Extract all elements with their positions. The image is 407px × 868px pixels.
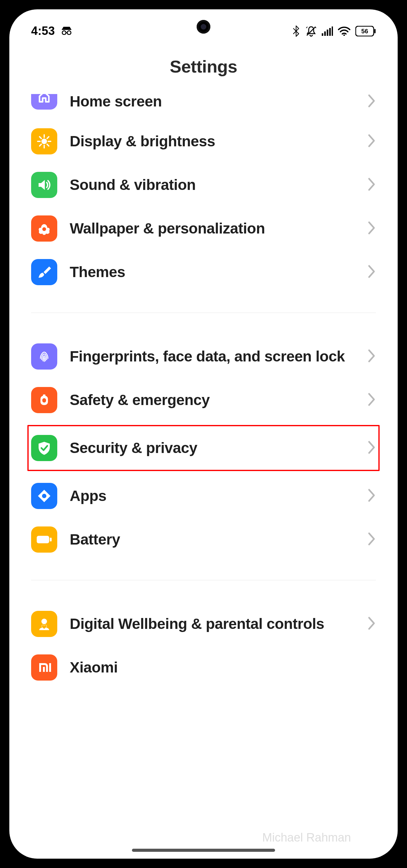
settings-row-label: Fingerprints, face data, and screen lock — [70, 347, 355, 366]
settings-row-sound[interactable]: Sound & vibration — [31, 163, 376, 207]
svg-rect-6 — [322, 33, 323, 36]
status-right: 56 — [293, 26, 376, 37]
page-title: Settings — [9, 44, 398, 95]
chevron-right-icon — [368, 440, 376, 456]
brush-icon — [31, 259, 57, 285]
status-time: 4:53 — [31, 24, 55, 38]
svg-rect-33 — [49, 663, 51, 672]
settings-row-wallpaper[interactable]: Wallpaper & personaliza­tion — [31, 207, 376, 250]
svg-rect-30 — [50, 538, 52, 541]
settings-row-label: Display & brightness — [70, 132, 355, 151]
svg-line-19 — [47, 144, 49, 146]
battery-indicator: 56 — [355, 26, 376, 36]
screen: 4:53 — [9, 9, 398, 859]
settings-row-label: Themes — [70, 263, 355, 281]
chevron-right-icon — [368, 393, 376, 407]
settings-row-label: Battery — [70, 530, 355, 549]
chevron-right-icon — [368, 94, 376, 109]
settings-row-label: Home screen — [70, 92, 355, 111]
battery-icon — [31, 526, 57, 553]
settings-row-xiaomi[interactable]: Xiaomi — [31, 646, 376, 689]
svg-line-21 — [39, 144, 41, 146]
chevron-right-icon — [368, 221, 376, 236]
settings-row-display[interactable]: Display & brightness — [31, 120, 376, 163]
settings-row-label: Security & privacy — [70, 439, 355, 457]
svg-point-15 — [41, 138, 47, 144]
settings-list[interactable]: Home screenDisplay & brightnessSound & v… — [9, 92, 398, 689]
bluetooth-icon — [293, 26, 301, 37]
chevron-right-icon — [368, 178, 376, 192]
svg-rect-27 — [43, 395, 45, 396]
home-indicator[interactable] — [132, 849, 275, 852]
shield-check-icon — [31, 435, 57, 461]
settings-row-apps[interactable]: Apps — [31, 474, 376, 518]
svg-line-4 — [306, 27, 307, 28]
sos-icon — [31, 387, 57, 413]
chevron-right-icon — [368, 532, 376, 547]
settings-row-label: Digital Wellbeing & parental controls — [70, 615, 355, 633]
camera-cutout — [197, 20, 210, 34]
svg-point-31 — [41, 619, 47, 624]
svg-point-11 — [343, 34, 345, 36]
settings-row-label: Wallpaper & personaliza­tion — [70, 219, 355, 238]
svg-rect-32 — [43, 667, 45, 672]
group-separator — [31, 313, 376, 313]
speaker-icon — [31, 172, 57, 198]
settings-row-home_screen[interactable]: Home screen — [31, 92, 376, 120]
phone-frame: 4:53 — [0, 0, 407, 868]
svg-line-23 — [39, 137, 41, 138]
svg-line-3 — [307, 27, 315, 35]
svg-rect-10 — [332, 27, 333, 36]
sun-icon — [31, 128, 57, 154]
home-icon — [31, 94, 57, 110]
signal-icon — [322, 27, 333, 36]
svg-point-0 — [62, 31, 66, 35]
flower-icon — [31, 215, 57, 242]
settings-row-label: Safety & emergency — [70, 391, 355, 409]
svg-rect-26 — [42, 398, 46, 403]
svg-point-28 — [42, 494, 46, 498]
apps-icon — [31, 483, 57, 509]
svg-rect-9 — [329, 28, 331, 36]
settings-row-label: Xiaomi — [70, 658, 355, 677]
chevron-right-icon — [368, 616, 376, 631]
chevron-right-icon — [368, 265, 376, 280]
svg-line-17 — [47, 137, 49, 138]
watermark-text: Michael Rahman — [262, 831, 351, 844]
chevron-right-icon — [368, 489, 376, 503]
svg-text:56: 56 — [361, 28, 368, 35]
chevron-right-icon — [368, 134, 376, 149]
settings-row-security[interactable]: Security & privacy — [31, 429, 376, 467]
settings-row-wellbeing[interactable]: Digital Wellbeing & parental controls — [31, 602, 376, 646]
settings-row-safety[interactable]: Safety & emergency — [31, 378, 376, 422]
highlight-annotation: Security & privacy — [27, 425, 380, 471]
svg-rect-8 — [327, 30, 328, 36]
incognito-icon — [60, 24, 73, 38]
settings-row-label: Apps — [70, 487, 355, 505]
settings-row-themes[interactable]: Themes — [31, 250, 376, 294]
status-left: 4:53 — [31, 24, 73, 38]
settings-row-battery[interactable]: Battery — [31, 518, 376, 561]
person-heart-icon — [31, 611, 57, 637]
dnd-icon — [306, 26, 317, 37]
settings-row-fingerprint[interactable]: Fingerprints, face data, and screen lock — [31, 335, 376, 378]
svg-point-24 — [42, 227, 46, 231]
mi-icon — [31, 654, 57, 681]
wifi-icon — [338, 27, 350, 36]
svg-point-1 — [67, 31, 71, 35]
chevron-right-icon — [368, 349, 376, 364]
group-separator — [31, 580, 376, 580]
svg-rect-29 — [37, 536, 49, 543]
settings-row-label: Sound & vibration — [70, 176, 355, 194]
fingerprint-icon — [31, 343, 57, 370]
svg-rect-13 — [374, 29, 376, 33]
svg-rect-7 — [324, 31, 326, 36]
